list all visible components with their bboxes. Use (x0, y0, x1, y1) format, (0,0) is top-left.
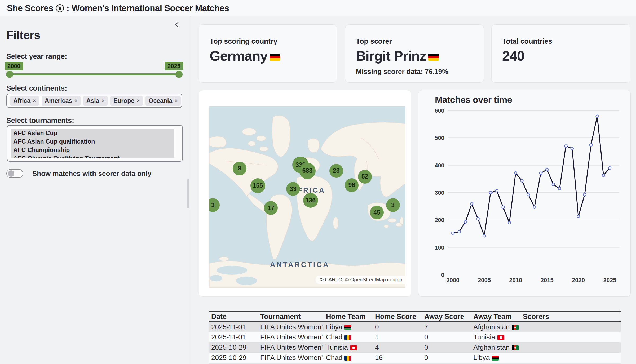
y-tick-label: 600 (435, 107, 444, 114)
page-title-suffix: : Women's International Soccer Matches (67, 3, 229, 13)
germany-flag-icon (428, 48, 439, 64)
data-point-2017 (558, 187, 561, 190)
cluster-marker-23[interactable]: 23 (329, 164, 343, 178)
team-cell: Tunisia (471, 332, 520, 342)
team-name: Tunisia (473, 333, 495, 341)
chip-remove-icon[interactable]: × (175, 98, 178, 103)
table-column-header: Scorers (520, 312, 621, 322)
card-value-text: Birgit Prinz (356, 48, 426, 64)
continent-chip-europe[interactable]: Europe× (110, 96, 143, 106)
year-range-label: Select year range: (6, 52, 67, 61)
matches-line-series (453, 116, 610, 236)
data-point-2007 (496, 189, 498, 192)
tournaments-listbox-options: AFC Asian CupAFC Asian Cup qualification… (11, 129, 174, 158)
flag-emblem (514, 347, 516, 349)
chip-remove-icon[interactable]: × (33, 98, 36, 103)
empty-cell (422, 363, 471, 364)
data-point-2016 (552, 183, 555, 186)
empty-cell (372, 363, 422, 364)
date-cell: 2025-11-01 (209, 332, 258, 342)
cluster-marker-17[interactable]: 17 (264, 201, 278, 215)
data-point-2001 (458, 230, 461, 233)
data-point-2019 (571, 147, 573, 150)
tn-flag-icon (497, 335, 504, 340)
cluster-marker-3[interactable]: 3 (386, 198, 400, 212)
team-cell: Chad (323, 332, 372, 342)
continent-chip-oceania[interactable]: Oceania× (145, 96, 181, 106)
card-label: Total countries (502, 37, 552, 46)
data-point-2005 (483, 234, 485, 237)
continent-chip-americas[interactable]: Americas× (42, 96, 81, 106)
x-tick-label: 2020 (572, 277, 585, 283)
table-row-partial (209, 363, 621, 364)
world-map[interactable]: AFRICA ANTARCTICA 3915517333683331362396… (209, 106, 405, 288)
cluster-marker-33[interactable]: 33 (286, 182, 300, 196)
map-label-antarctica: ANTARCTICA (270, 261, 330, 269)
date-cell: 2025-10-29 (209, 353, 258, 363)
away-score-cell: 0 (422, 332, 471, 342)
x-tick-label: 2005 (478, 277, 491, 283)
td-flag-icon (344, 356, 351, 361)
sidebar-scrollbar-thumb[interactable] (187, 179, 189, 208)
team-cell: Afghanistan (471, 342, 520, 353)
scorers-cell (520, 322, 621, 332)
world-map-card: AFRICA ANTARCTICA 3915517333683331362396… (199, 90, 411, 297)
continents-multiselect[interactable]: Africa×Americas×Asia×Europe×Oceania× (6, 94, 182, 108)
cluster-marker-45[interactable]: 45 (370, 206, 384, 219)
scorer-data-toggle[interactable] (6, 169, 23, 178)
card-value-text: Germany (210, 48, 267, 64)
data-point-2023 (596, 115, 599, 118)
cluster-marker-155[interactable]: 155 (250, 178, 265, 193)
table-row: 2025-10-29FIFA Unites Women's SeriesTuni… (209, 342, 621, 353)
data-point-2003 (470, 202, 473, 205)
card-value: Germany (210, 48, 280, 64)
tournament-option[interactable]: AFC Asian Cup qualification (11, 137, 174, 146)
slider-handle-min[interactable] (6, 71, 13, 78)
cluster-marker-52[interactable]: 52 (358, 170, 372, 184)
tournament-option[interactable]: AFC Olympic Qualifying Tournament (11, 154, 174, 158)
tournament-option[interactable]: AFC Championship (11, 146, 174, 154)
data-point-2022 (590, 144, 592, 146)
tournaments-label: Select tournaments: (6, 117, 74, 125)
empty-cell (323, 363, 372, 364)
year-max-badge: 2025 (165, 62, 183, 70)
y-tick-label: 400 (435, 162, 444, 169)
continent-chip-africa[interactable]: Africa× (10, 96, 39, 106)
year-range-slider[interactable] (10, 73, 179, 75)
table-column-header: Away Team (471, 312, 520, 322)
tournaments-listbox[interactable]: AFC Asian CupAFC Asian Cup qualification… (7, 125, 183, 162)
cluster-marker-136[interactable]: 136 (303, 193, 318, 208)
tournament-cell: FIFA Unites Women's Series (258, 353, 323, 363)
tournament-option[interactable]: AFC Asian Cup (11, 129, 174, 137)
tn-flag-icon (350, 345, 357, 350)
continent-chip-asia[interactable]: Asia× (83, 96, 108, 106)
data-point-2000 (452, 232, 454, 234)
chip-remove-icon[interactable]: × (74, 98, 77, 103)
home-score-cell: 0 (372, 322, 422, 332)
card-label: Top scoring country (210, 37, 277, 46)
chip-remove-icon[interactable]: × (137, 98, 140, 103)
data-point-2010 (514, 172, 517, 174)
home-score-cell: 16 (372, 353, 422, 363)
cluster-marker-683[interactable]: 683 (299, 163, 316, 179)
card-label: Top scorer (356, 37, 392, 46)
dashboard: She Scores : Women's International Socce… (0, 0, 636, 364)
data-point-2011 (520, 180, 523, 182)
slider-handle-max[interactable] (175, 71, 183, 78)
scorers-cell (520, 342, 621, 353)
cluster-marker-96[interactable]: 96 (345, 178, 359, 192)
home-score-cell: 1 (372, 332, 422, 342)
af-flag-icon (512, 325, 519, 330)
sidebar-collapse-button[interactable] (173, 21, 181, 29)
x-tick-label: 2025 (603, 277, 616, 283)
card-value-text: 240 (502, 48, 524, 64)
data-point-2006 (489, 191, 492, 194)
page-title: She Scores : Women's International Socce… (7, 3, 229, 13)
cluster-marker-9[interactable]: 9 (233, 162, 246, 175)
team-cell: Afghanistan (471, 322, 520, 332)
ly-flag-icon (492, 356, 499, 361)
chip-remove-icon[interactable]: × (101, 98, 104, 103)
chevron-left-icon (173, 21, 181, 29)
scorer-toggle-row: Show matches with scorer data only (6, 169, 151, 178)
scorers-cell (520, 353, 621, 363)
